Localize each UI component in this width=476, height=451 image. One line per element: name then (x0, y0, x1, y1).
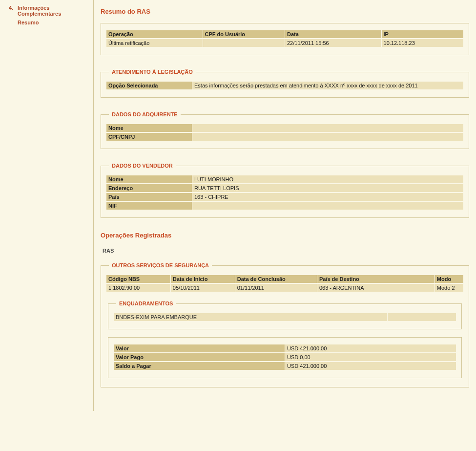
table-row: NIF (106, 202, 463, 210)
operation-panel: Operação CPF do Usuário Data IP Última r… (101, 23, 469, 55)
cell-operacao: Última retificação (106, 39, 203, 47)
table-row: Valor USD 421.000,00 (114, 344, 456, 352)
cell-codigo: 1.1802.90.00 (106, 284, 170, 292)
servicos-legend: OUTROS SERVIÇOS DE SEGURANÇA (109, 262, 212, 268)
value-nome: LUTI MORINHO (192, 175, 463, 183)
nav-label: Resumo (18, 20, 39, 25)
table-row: Valor Pago USD 0,00 (114, 353, 456, 361)
table-row: Nome (106, 124, 463, 132)
col-ip: IP (382, 30, 463, 38)
cell-cpf (203, 39, 285, 47)
ras-label: RAS (103, 248, 469, 254)
adquirente-legend: DADOS DO ADQUIRENTE (109, 111, 181, 117)
cell-inicio: 05/10/2011 (171, 284, 235, 292)
sidebar-item-informacoes[interactable]: 4. Informações Complementares (9, 5, 88, 17)
label-pais: País (106, 193, 192, 201)
servicos-table: Código NBS Data de Início Data de Conclu… (106, 274, 464, 293)
main-content: Resumo do RAS Operação CPF do Usuário Da… (94, 0, 476, 411)
col-operacao: Operação (106, 30, 203, 38)
valores-panel: Valor USD 421.000,00 Valor Pago USD 0,00… (108, 337, 462, 378)
cell-data: 22/11/2011 15:56 (285, 39, 381, 47)
value-endereco: RUA TETTI LOPIS (192, 184, 463, 192)
adquirente-panel: DADOS DO ADQUIRENTE Nome CPF/CNPJ (101, 111, 469, 149)
adquirente-table: Nome CPF/CNPJ (106, 123, 464, 142)
label-valor-pago: Valor Pago (114, 353, 285, 361)
servicos-panel: OUTROS SERVIÇOS DE SEGURANÇA Código NBS … (101, 262, 469, 387)
table-row: CPF/CNPJ (106, 133, 463, 141)
vendedor-table: Nome LUTI MORINHO Endereço RUA TETTI LOP… (106, 174, 464, 211)
enquadramentos-panel: ENQUADRAMENTOS BNDES-EXIM PARA EMBARQUE (108, 301, 462, 329)
value-cpf (192, 133, 463, 141)
legislacao-legend: ATENDIMENTO À LEGISLAÇÃO (109, 69, 196, 75)
nav-number: 4. (9, 5, 18, 17)
table-row: Saldo a Pagar USD 421.000,00 (114, 362, 456, 370)
table-row: Endereço RUA TETTI LOPIS (106, 184, 463, 192)
cell-ip: 10.12.118.23 (382, 39, 463, 47)
value-valor-pago: USD 0,00 (285, 353, 456, 361)
table-row: Última retificação 22/11/2011 15:56 10.1… (106, 39, 463, 47)
label-nome: Nome (106, 175, 192, 183)
table-row: Nome LUTI MORINHO (106, 175, 463, 183)
label-nif: NIF (106, 202, 192, 210)
legislacao-panel: ATENDIMENTO À LEGISLAÇÃO Opção Seleciona… (101, 69, 469, 98)
table-row: País 163 - CHIPRE (106, 193, 463, 201)
table-row: 1.1802.90.00 05/10/2011 01/11/2011 063 -… (106, 284, 463, 292)
col-codigo: Código NBS (106, 275, 170, 283)
sidebar: 4. Informações Complementares Resumo (0, 0, 94, 411)
legislacao-table: Opção Selecionada Estas informações serã… (106, 81, 464, 90)
label-valor: Valor (114, 344, 285, 352)
vendedor-panel: DADOS DO VENDEDOR Nome LUTI MORINHO Ende… (101, 163, 469, 218)
value-nif (192, 202, 463, 210)
cell-enquadramento: BNDES-EXIM PARA EMBARQUE (114, 313, 387, 321)
label-opcao: Opção Selecionada (106, 82, 192, 89)
enquadramentos-table: BNDES-EXIM PARA EMBARQUE (113, 312, 456, 322)
nav-label: Informações Complementares (18, 5, 88, 17)
col-cpf: CPF do Usuário (203, 30, 285, 38)
cell-blank (388, 313, 456, 321)
operacoes-title: Operações Registradas (101, 232, 469, 239)
enquadramentos-legend: ENQUADRAMENTOS (116, 301, 176, 306)
table-row: Opção Selecionada Estas informações serã… (106, 82, 463, 89)
operation-table: Operação CPF do Usuário Data IP Última r… (106, 29, 464, 48)
sidebar-item-resumo[interactable]: Resumo (18, 20, 88, 25)
table-row: BNDES-EXIM PARA EMBARQUE (114, 313, 456, 321)
label-cpf: CPF/CNPJ (106, 133, 192, 141)
col-inicio: Data de Início (171, 275, 235, 283)
valores-table: Valor USD 421.000,00 Valor Pago USD 0,00… (113, 344, 456, 371)
label-endereco: Endereço (106, 184, 192, 192)
cell-modo: Modo 2 (435, 284, 463, 292)
value-pais: 163 - CHIPRE (192, 193, 463, 201)
value-valor: USD 421.000,00 (285, 344, 456, 352)
value-nome (192, 124, 463, 132)
cell-destino: 063 - ARGENTINA (317, 284, 435, 292)
col-data: Data (285, 30, 381, 38)
label-nome: Nome (106, 124, 192, 132)
col-conclusao: Data de Conclusão (235, 275, 317, 283)
value-saldo: USD 421.000,00 (285, 362, 456, 370)
col-destino: País de Destino (317, 275, 435, 283)
cell-conclusao: 01/11/2011 (235, 284, 317, 292)
vendedor-legend: DADOS DO VENDEDOR (109, 163, 176, 169)
col-modo: Modo (435, 275, 463, 283)
value-opcao: Estas informações serão prestadas em ate… (192, 82, 463, 89)
label-saldo: Saldo a Pagar (114, 362, 285, 370)
page-title: Resumo do RAS (101, 8, 469, 15)
